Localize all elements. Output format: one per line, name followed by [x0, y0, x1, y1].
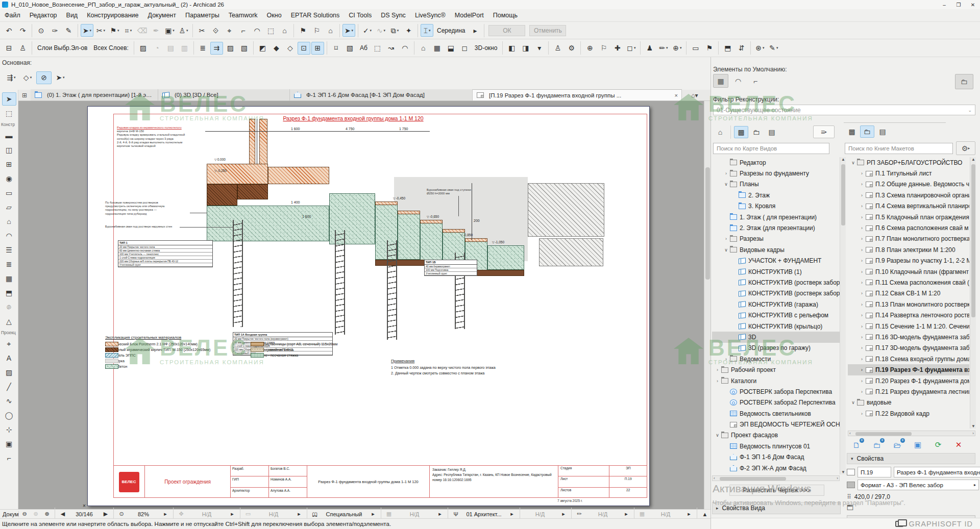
expander-icon[interactable]: › — [714, 379, 721, 384]
confirm-icon[interactable]: ✓▾ — [361, 24, 374, 37]
door-tool-icon[interactable]: ◫ — [2, 143, 16, 157]
tab-2[interactable]: (0) 3D [3D / Все] — [158, 89, 290, 100]
zoom-value[interactable]: 82% — [127, 511, 160, 517]
all-layers-label[interactable]: Всех Слоев: — [90, 44, 132, 52]
layoutbook-item[interactable]: ›П.9 Разрезы по участку 1-1, 2-2 М 1:1 — [848, 256, 969, 266]
note-icon[interactable]: ▭ — [689, 42, 702, 55]
canvas-vertical-scrollbar[interactable] — [704, 101, 710, 509]
viewmap-item[interactable]: ›Ведомости — [712, 354, 840, 364]
layoutbook-item[interactable]: ›П.4 Схема вертикальной планиров — [848, 201, 969, 212]
layoutbook-scrollbar[interactable]: ▲▼ — [970, 157, 976, 429]
label-text-icon[interactable]: Аб — [357, 44, 371, 52]
issue-icon[interactable]: ⚑ — [703, 42, 716, 55]
viewmap-item[interactable]: Ведомость плинтусов 01 — [712, 441, 840, 451]
pen-set-arrow[interactable]: ▸ — [368, 510, 378, 518]
viewmap-item[interactable]: УЧАСТОК + ФУНДАМЕНТ — [712, 256, 840, 266]
view-properties-section[interactable]: ▸Свойства Вида — [712, 502, 841, 514]
viewmap-item[interactable]: КОНСТРУКТИВ (ростверк забора) — [712, 277, 840, 288]
next-page-icon[interactable]: ▶ — [101, 510, 111, 518]
annotate-icon[interactable]: ✏▾ — [657, 42, 670, 55]
cursor-icon[interactable]: ➤▾ — [53, 71, 68, 84]
expander-icon[interactable]: › — [859, 193, 865, 198]
layoutbook-item[interactable]: ›П.20 Разрез Ф-1 фундамента дома 1- — [848, 375, 969, 386]
tab-1[interactable]: (0) 1. Этаж ( для презентации) [1-й этаж… — [31, 89, 158, 100]
expander-icon[interactable]: › — [859, 247, 865, 253]
anchor-point-menu-arrow[interactable]: ▸ — [469, 24, 481, 37]
camera-tool-icon[interactable]: ⌐ — [2, 451, 16, 465]
window-3d-label[interactable]: 3D-окно — [472, 44, 501, 52]
expander-icon[interactable]: › — [859, 379, 865, 384]
figure-icon[interactable]: ♟ — [643, 42, 656, 55]
renovation-filter-dropdown[interactable]: 01-Существующее состояние⌄ — [713, 105, 975, 115]
viewmap-item[interactable]: КОНСТРУКТИВ (1) — [712, 266, 840, 277]
viewmap-item[interactable]: КОНСТРУКТИВ (гаража) — [712, 299, 840, 310]
expander-icon[interactable]: › — [859, 302, 865, 307]
arrows-icon[interactable]: ⇉ — [210, 42, 223, 55]
nd6-arrow[interactable]: ▸ — [684, 510, 694, 518]
hatch3-icon[interactable]: ▧ — [238, 42, 251, 55]
window-tool-icon[interactable]: ⊞ — [2, 158, 16, 171]
hatch2-icon[interactable]: ▨ — [224, 42, 237, 55]
expander-icon[interactable]: ∨ — [723, 182, 729, 187]
leader-icon[interactable]: ↝ — [385, 42, 398, 55]
layer-combo-value[interactable]: 01 Архитект... — [461, 511, 506, 517]
expander-icon[interactable]: ∨ — [850, 160, 856, 165]
redo-icon[interactable]: ↷ — [16, 24, 29, 37]
figure-tool-icon[interactable]: ▣ — [2, 437, 16, 450]
pen-icon[interactable]: ✒ — [150, 24, 162, 37]
nd2-value[interactable]: Н/Д — [254, 511, 293, 517]
viewmap-item[interactable]: Ф-1 ЭП 1-6 Дом Фасад — [712, 452, 840, 463]
layer-combo-arrow[interactable]: ▸ — [507, 510, 517, 518]
half-left-icon[interactable]: ◧ — [505, 42, 518, 55]
viewmap-hscrollbar[interactable]: ‹› — [712, 475, 840, 481]
menu-Конструирование[interactable]: Конструирование — [82, 10, 143, 21]
viewmap-search-input[interactable]: Поиск по Карте Видов — [713, 143, 829, 154]
curtainwall-tool-icon[interactable]: ▦ — [2, 272, 16, 285]
expander-icon[interactable]: › — [723, 171, 729, 176]
viewmap-item[interactable]: ›Рабочий проект — [712, 364, 840, 375]
arc-style-icon[interactable]: ◔ — [151, 42, 163, 55]
detail-icon[interactable]: ⬚ — [371, 42, 384, 55]
new-layout-icon[interactable]: 🗋+ — [849, 439, 864, 451]
spline-gray-icon[interactable]: ∿▾ — [375, 24, 387, 37]
expander-icon[interactable]: › — [859, 182, 865, 187]
magic-wand-icon[interactable]: ✦ — [402, 24, 415, 37]
layout-book-small-icon[interactable]: 🗀 — [749, 126, 764, 138]
expander-icon[interactable]: ∨ — [714, 433, 721, 438]
fill-hatch-icon[interactable]: ▨ — [137, 42, 150, 55]
flag-icon[interactable]: ⚑ — [297, 24, 309, 37]
column-tool-icon[interactable]: ◉ — [2, 172, 16, 185]
zoom-fit-icon[interactable]: ⊜ — [31, 510, 41, 518]
viewmap-item[interactable]: ›Каталоги — [712, 375, 840, 386]
menu-Документ[interactable]: Документ — [143, 10, 181, 21]
nd4-value[interactable]: Н/Д — [522, 511, 558, 517]
tab-3[interactable]: Ф-1 ЭП 1-6 Дом Фасад [Ф-1 ЭП Дом Фасад] — [290, 89, 473, 100]
edit-icon[interactable]: ✎▾ — [767, 42, 780, 55]
layoutbook-item[interactable]: ›П.17 3D-модель фундамента забора — [848, 343, 969, 354]
viewmap-item[interactable]: КОНСТРУКТИВ с рельефом — [712, 310, 840, 320]
more-icon[interactable]: ▾ — [533, 42, 546, 55]
add-icon[interactable]: ⊕▾ — [671, 42, 683, 55]
zone-tool-icon[interactable]: ⌾ — [2, 300, 16, 314]
layoutbook-item[interactable]: ›П.18 Схема входной группы дома М — [848, 354, 969, 364]
zoom-in-icon[interactable]: ⊕ — [42, 510, 52, 518]
marker-icon[interactable]: ⌑ — [330, 42, 342, 55]
viewmap-item[interactable]: Редактор — [712, 157, 840, 168]
layoutbook-item[interactable]: ›П.15 Сечение 1-1 М 1:20. Сечение 2- — [848, 321, 969, 332]
search-settings-gear-icon[interactable]: ⚙▸ — [956, 141, 975, 155]
expander-icon[interactable]: › — [859, 313, 865, 318]
viewmap-item[interactable]: КОНСТРУКТИВ (крыльцо) — [712, 321, 840, 332]
expand-statusbar-icon[interactable]: ▲ — [700, 510, 710, 518]
default-mesh-icon[interactable]: ◠ — [730, 74, 746, 88]
arrow-mode-icon[interactable]: ➤▾ — [342, 24, 355, 37]
fillet-icon[interactable]: ⌐ — [237, 24, 250, 37]
expander-icon[interactable]: › — [859, 357, 865, 362]
layoutbook-item[interactable]: ›П.11 Схема расположения свай (фр — [848, 277, 969, 288]
arc-icon[interactable]: ◠ — [251, 24, 263, 37]
viewmap-item[interactable]: 3. Кровля — [712, 201, 840, 212]
publisher-icon[interactable]: ▤ — [765, 126, 779, 138]
undo-icon[interactable]: ↶ — [3, 24, 15, 37]
menu-Параметры[interactable]: Параметры — [181, 10, 224, 21]
expander-icon[interactable]: › — [859, 291, 865, 296]
trim-icon[interactable]: ✂▾ — [94, 24, 107, 37]
